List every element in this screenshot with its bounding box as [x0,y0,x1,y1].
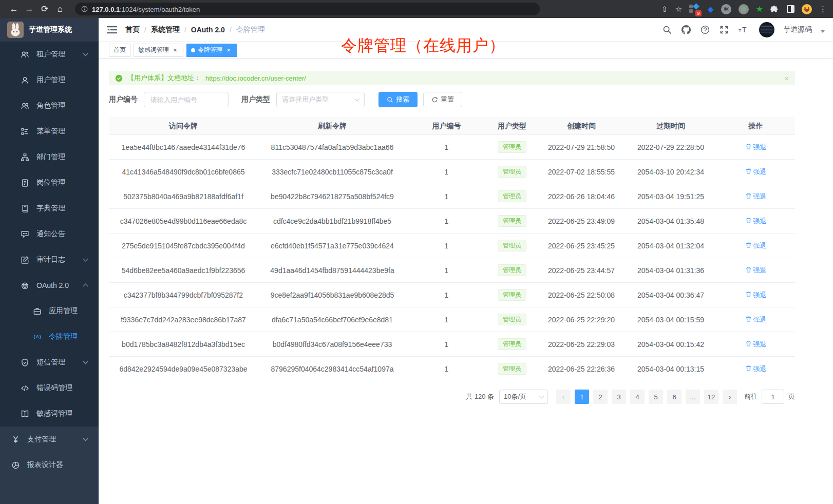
force-logout-button[interactable]: 强退 [745,290,767,300]
tab-close-icon[interactable]: × [225,47,232,54]
access-token-cell: 275e5de9151045fe87cbdc395e004f4d [109,234,258,258]
pagination-page-12[interactable]: 12 [704,390,718,404]
sidebar-item-app-briefcase[interactable]: 应用管理 [0,298,99,324]
user-type-cell: 管理员 [486,283,538,307]
pagination-page-4[interactable]: 4 [630,390,645,404]
user-type-badge: 管理员 [498,166,526,178]
sidebar-item-report-chart[interactable]: 报表设计器 [0,452,99,478]
extension-badge-icon[interactable]: 9 [689,4,701,15]
pagination-page-6[interactable]: 6 [667,390,681,404]
force-logout-button[interactable]: 强退 [745,217,767,226]
help-icon[interactable] [700,25,710,35]
pagination-page-1[interactable]: 1 [575,390,589,404]
sidebar-item-org[interactable]: 部门管理 [0,144,99,170]
sidebar-item-tenant-users[interactable]: 租户管理 [0,42,99,67]
prev-page-button[interactable]: ‹ [556,390,571,404]
pagination-ellipsis[interactable]: ... [686,390,700,404]
sidebar-item-sensitive-book[interactable]: 敏感词管理 [0,401,99,427]
access-token-cell: 502375b8040a469a9b82188afdf6af1f [109,184,258,209]
user-type-badge: 管理员 [498,240,526,251]
page-size-select[interactable]: 10条/页 [499,390,548,404]
sidebar-item-role[interactable]: 角色管理 [0,93,99,119]
created-time-cell: 2022-07-02 18:55:55 [538,160,625,184]
sidebar-item-notice-bubble[interactable]: 通知公告 [0,221,99,247]
trash-icon [745,192,752,201]
puzzle-extensions-icon[interactable] [770,5,780,14]
sidebar-item-user[interactable]: 用户管理 [0,67,99,93]
sidebar-collapse-icon[interactable] [107,25,117,34]
created-time-cell: 2022-06-25 22:26:36 [538,357,625,381]
github-icon[interactable] [681,25,691,35]
browser-home-icon[interactable]: ⌂ [52,3,68,16]
goto-page-input[interactable] [762,390,784,404]
sidebar-item-label: 岗位管理 [36,178,65,187]
sidebar-item-dict-book[interactable]: 字典管理 [0,196,99,221]
expire-time-cell: 2054-03-04 00:15:42 [625,332,716,357]
sidepanel-icon[interactable] [787,5,794,13]
force-logout-button[interactable]: 强退 [745,364,767,374]
search-button[interactable]: 搜索 [378,92,418,107]
user-avatar[interactable] [759,22,774,37]
force-logout-button[interactable]: 强退 [745,241,767,250]
next-page-button[interactable]: › [723,390,737,404]
app-logo [7,22,24,38]
emoji-profile-icon[interactable] [802,4,812,14]
user-type-select[interactable]: 请选择用户类型 [276,92,365,107]
pagination-page-5[interactable]: 5 [649,390,663,404]
force-logout-button[interactable]: 强退 [745,340,767,349]
share-icon[interactable]: ⇧ [661,5,668,14]
expire-time-cell: 2054-03-04 19:51:25 [625,184,716,209]
sidebar-item-pay-yen[interactable]: 支付管理 [0,427,99,452]
action-cell: 强退 [716,135,795,160]
alert-text: 【用户体系】文档地址： [127,73,201,83]
force-logout-button[interactable]: 强退 [745,192,767,201]
sidebar-item-sms-shield[interactable]: 短信管理 [0,350,99,375]
pagination-page-3[interactable]: 3 [612,390,626,404]
force-logout-button[interactable]: 强退 [745,266,767,275]
main-area: 令牌管理（在线用户） 首页/系统管理/OAuth 2.0/令牌管理 [99,18,833,504]
address-bar[interactable]: 127.0.0.1:1024/system/oauth2/token [75,3,540,15]
user-menu-caret-icon[interactable] [821,30,825,33]
breadcrumb-separator: / [144,26,146,34]
sidebar-item-token-signal[interactable]: A令牌管理 [0,324,99,350]
user-id-cell: 1 [407,135,486,160]
sidebar-item-oauth[interactable]: OAuth 2.0 [0,273,99,298]
browser-forward-icon[interactable]: → [22,3,37,16]
header-search-icon[interactable] [662,25,672,35]
app-logo-bar[interactable]: 芋道管理系统 [0,18,99,42]
alert-close-icon[interactable]: × [784,74,789,83]
browser-menu-icon[interactable]: ⋮ [819,5,827,14]
tab-敏感词管理[interactable]: 敏感词管理× [134,44,183,57]
browser-back-icon[interactable]: ← [6,3,22,16]
tab-首页[interactable]: 首页 [109,44,130,57]
sidebar-item-error-code[interactable]: 错误码管理 [0,375,99,401]
browser-reload-icon[interactable]: ⟳ [37,3,52,16]
site-info-icon[interactable] [81,6,88,12]
force-logout-button[interactable]: 强退 [745,143,767,152]
tab-令牌管理[interactable]: 令牌管理× [186,44,237,57]
sidebar-item-audit-log[interactable]: 审计日志 [0,247,99,273]
tab-close-icon[interactable]: × [172,47,179,54]
gem-extension-icon[interactable]: ◆ [708,5,714,14]
breadcrumb-item[interactable]: OAuth 2.0 [191,26,225,34]
alert-doc-link[interactable]: https://doc.iocoder.cn/user-center/ [205,74,306,82]
username[interactable]: 芋道源码 [783,25,812,34]
sidebar-item-post-badge[interactable]: 岗位管理 [0,170,99,196]
fullscreen-icon[interactable] [719,25,729,35]
command-extension-icon[interactable]: ⌘ [721,4,731,14]
user-id-input[interactable] [144,92,229,107]
green-star-extension-icon[interactable]: ★ [756,4,763,14]
reset-button[interactable]: 重置 [423,92,462,107]
bookmark-star-icon[interactable]: ☆ [675,5,682,14]
recorder-extension-icon[interactable] [739,4,749,14]
pagination-page-2[interactable]: 2 [593,390,608,404]
breadcrumb-item[interactable]: 系统管理 [151,25,180,34]
user-id-cell: 1 [407,283,486,307]
font-size-icon[interactable]: TT [738,25,748,35]
force-logout-button[interactable]: 强退 [745,315,767,324]
access-token-cell: c347026e805e4d99b0d116eae66eda8c [109,209,258,234]
force-logout-button[interactable]: 强退 [745,167,767,177]
breadcrumb-item[interactable]: 首页 [125,25,140,34]
user-type-badge: 管理员 [498,314,526,325]
sidebar-item-menu-tree[interactable]: 菜单管理 [0,119,99,144]
